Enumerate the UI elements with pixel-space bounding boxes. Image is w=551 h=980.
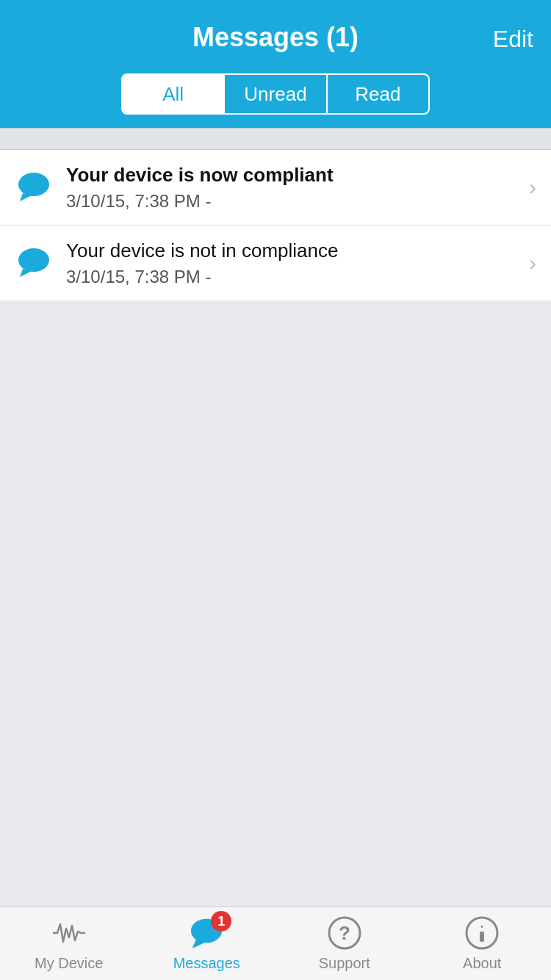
tab-about-label: About: [463, 955, 501, 972]
filter-segmented-control: All Unread Read: [121, 73, 430, 115]
tab-support-label: Support: [319, 955, 370, 972]
message-title: Your device is now compliant: [66, 163, 522, 188]
svg-text:?: ?: [339, 922, 350, 944]
segmented-bar: All Unread Read: [0, 65, 551, 128]
filter-unread-button[interactable]: Unread: [225, 75, 327, 113]
chat-icon: 1: [189, 915, 224, 951]
messages-badge: 1: [211, 911, 231, 932]
svg-text:•: •: [480, 923, 483, 931]
tab-messages[interactable]: 1 Messages: [138, 907, 276, 980]
tab-bar: My Device 1 Messages ? Support •: [0, 907, 551, 980]
message-content: Your device is not in compliance 3/10/15…: [66, 239, 522, 287]
svg-point-0: [18, 173, 49, 196]
page-title: Messages (1): [76, 22, 475, 53]
empty-content: [0, 300, 551, 907]
message-content: Your device is now compliant 3/10/15, 7:…: [66, 163, 522, 212]
message-icon: [15, 244, 53, 282]
message-time: 3/10/15, 7:38 PM -: [66, 191, 522, 212]
filter-read-button[interactable]: Read: [328, 75, 428, 113]
messages-list: Your device is now compliant 3/10/15, 7:…: [0, 150, 551, 300]
tab-my-device[interactable]: My Device: [0, 907, 138, 980]
message-time: 3/10/15, 7:38 PM -: [66, 267, 522, 287]
message-item[interactable]: Your device is now compliant 3/10/15, 7:…: [0, 150, 551, 226]
chevron-right-icon: ›: [529, 251, 536, 275]
tab-about[interactable]: • About: [414, 907, 552, 980]
edit-button[interactable]: Edit: [475, 26, 533, 53]
waveform-icon: [51, 915, 87, 951]
svg-rect-10: [480, 932, 484, 942]
tab-messages-label: Messages: [173, 955, 240, 972]
message-title: Your device is not in compliance: [66, 239, 522, 264]
section-gap: [0, 128, 551, 150]
question-icon: ?: [327, 915, 362, 951]
tab-my-device-label: My Device: [35, 955, 103, 972]
tab-support[interactable]: ? Support: [276, 907, 414, 980]
message-item[interactable]: Your device is not in compliance 3/10/15…: [0, 226, 551, 300]
header: Messages (1) Edit: [0, 0, 551, 65]
svg-point-2: [18, 248, 49, 272]
filter-all-button[interactable]: All: [123, 75, 225, 113]
chevron-right-icon: ›: [529, 175, 536, 200]
message-icon: [15, 168, 53, 206]
info-icon: •: [464, 915, 500, 951]
